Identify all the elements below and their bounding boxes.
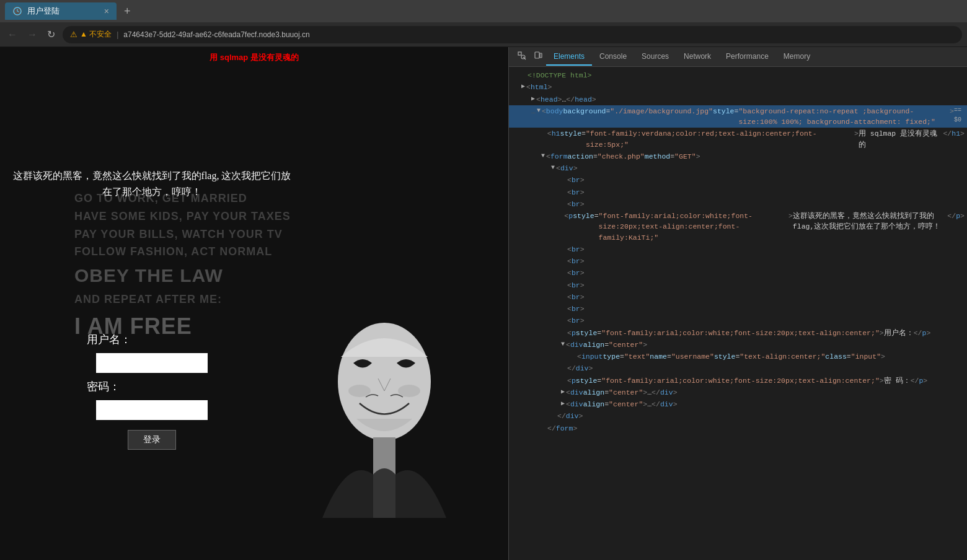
svg-rect-9 [540,53,542,58]
dom-line-br-6: <br> [509,267,967,279]
dom-line-br-8: <br> [509,291,967,303]
dom-line-h1: <h1 style="font-family:verdana;color:red… [509,128,967,151]
password-label: 密码： [87,379,120,394]
main-description-text: 这群该死的黑客，竟然这么快就找到了我的flag, 这次我把它们放在了那个地方，哼… [12,168,291,199]
password-input[interactable] [96,400,208,420]
head-toggle[interactable] [531,94,535,103]
dom-line-div-password: <div align="center"> … </div> [509,387,967,398]
form-toggle[interactable] [541,151,545,160]
dom-line-p-username: <p style="font-family:arial;color:white;… [509,327,967,339]
dom-line-div-center-open: <div align="center"> [509,339,967,351]
tab-network[interactable]: Network [676,48,718,66]
dom-line-br-3: <br> [509,198,967,210]
dom-line-br-4: <br> [509,243,967,255]
dom-line-form-close: </form> [509,422,967,434]
tab-favicon [12,6,22,16]
dom-line-br-5: <br> [509,255,967,267]
dom-line-form-open: <form action="check.php" method="GET"> [509,151,967,162]
dom-line-br-10: <br> [509,315,967,326]
website-content: GO TO WORK, GET MARRIED HAVE SOME KIDS, … [0,47,508,560]
div-submit-toggle[interactable] [561,399,565,408]
dom-line-div-submit: <div align="center"> … </div> [509,398,967,410]
tab-console[interactable]: Console [592,48,634,66]
dom-line-br-9: <br> [509,303,967,315]
devtools-inspect-icon[interactable] [514,49,530,64]
url-display: a74643e7-5dd2-49af-ae62-c6feada7fecf.nod… [123,30,309,39]
div-password-toggle[interactable] [561,387,565,396]
dom-line-body: … <body background="./image/background.j… [509,105,967,128]
dom-line-div-open: <div> [509,162,967,174]
login-button[interactable]: 登录 [128,430,176,450]
dom-line-p-main: <p style="font-family:arial;color:white;… [509,210,967,243]
dom-tree: <!DOCTYPE html> <html> <head> … </head> … [509,67,967,560]
dom-line-br-1: <br> [509,174,967,186]
forward-button[interactable]: → [25,27,40,43]
address-bar[interactable]: ⚠ ▲ 不安全 | a74643e7-5dd2-49af-ae62-c6fead… [63,26,962,43]
tab-bar: 用户登陆 × + [0,0,967,22]
dom-line-input-username: <input type="text" name="username" style… [509,351,967,362]
tab-performance[interactable]: Performance [718,48,776,66]
warning-text: 用 sqlmap 是没有灵魂的 [210,52,299,63]
dom-line-doctype: <!DOCTYPE html> [509,69,967,81]
refresh-button[interactable]: ↻ [45,26,58,43]
dom-line-head: <head> … </head> [509,94,967,105]
dom-line-br-2: <br> [509,186,967,198]
active-tab[interactable]: 用户登陆 × [5,2,117,20]
svg-point-2 [348,385,371,397]
security-warning-icon: ⚠ [70,30,77,39]
dom-line-p-password: <p style="font-family:arial;color:white;… [509,375,967,387]
dom-line-div-close: </div> [509,410,967,422]
back-button[interactable]: ← [5,27,20,43]
devtools-tab-bar: Elements Console Sources Network Perform… [509,47,967,67]
html-toggle[interactable] [521,82,525,91]
login-form: 用户名： 密码： 登录 [12,332,291,450]
new-tab-button[interactable]: + [119,5,136,18]
svg-rect-5 [518,52,521,55]
nav-bar: ← → ↻ ⚠ ▲ 不安全 | a74643e7-5dd2-49af-ae62-… [0,22,967,47]
svg-point-3 [398,385,420,397]
username-input[interactable] [96,353,208,373]
tab-title: 用户登陆 [27,6,60,17]
dom-line-html: <html> [509,81,967,93]
tab-elements[interactable]: Elements [546,48,592,66]
main-area: GO TO WORK, GET MARRIED HAVE SOME KIDS, … [0,47,967,560]
svg-rect-8 [535,52,539,58]
tab-close-button[interactable]: × [104,6,109,16]
div-toggle[interactable] [551,163,555,172]
devtools-panel: Elements Console Sources Network Perform… [508,47,967,560]
background-text: GO TO WORK, GET MARRIED HAVE SOME KIDS, … [74,190,291,344]
browser-chrome: 用户登陆 × + ← → ↻ ⚠ ▲ 不安全 | a74643e7-5dd2-4… [0,0,967,47]
security-label: ▲ 不安全 [80,29,112,40]
dom-line-br-7: <br> [509,279,967,291]
body-toggle[interactable] [537,106,541,115]
dom-line-div-center-close: </div> [509,362,967,374]
username-label: 用户名： [87,332,131,347]
div-center-toggle[interactable] [561,339,565,349]
anonymous-mask-image [322,282,446,518]
tab-memory[interactable]: Memory [776,48,818,66]
devtools-device-icon[interactable] [530,49,546,64]
tab-sources[interactable]: Sources [634,48,676,66]
